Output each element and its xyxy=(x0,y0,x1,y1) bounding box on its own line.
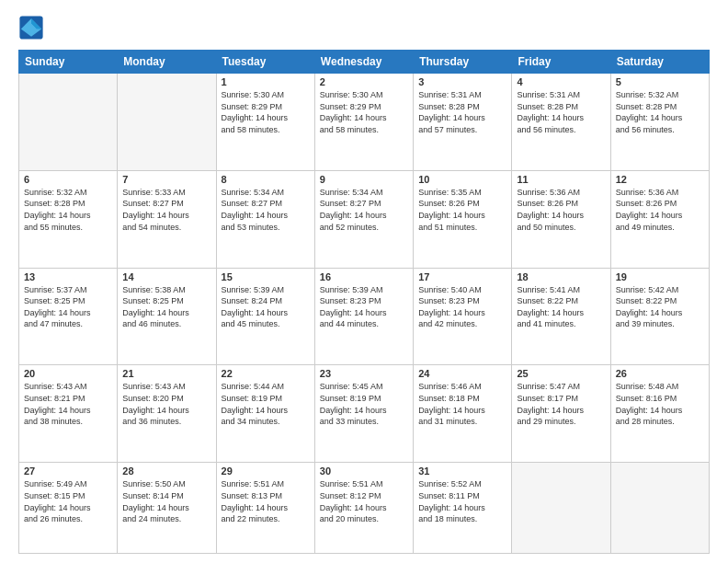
calendar-cell: 18Sunrise: 5:41 AM Sunset: 8:22 PM Dayli… xyxy=(512,268,610,365)
day-info: Sunrise: 5:39 AM Sunset: 8:23 PM Dayligh… xyxy=(320,284,408,330)
day-number: 12 xyxy=(616,174,704,185)
day-number: 23 xyxy=(320,368,408,379)
day-number: 13 xyxy=(24,271,112,282)
day-number: 6 xyxy=(24,174,112,185)
day-info: Sunrise: 5:46 AM Sunset: 8:18 PM Dayligh… xyxy=(418,381,506,427)
calendar-cell: 26Sunrise: 5:48 AM Sunset: 8:16 PM Dayli… xyxy=(610,365,709,463)
calendar-day-header: Sunday xyxy=(19,51,118,74)
calendar-cell: 8Sunrise: 5:34 AM Sunset: 8:27 PM Daylig… xyxy=(216,170,314,268)
day-number: 4 xyxy=(517,76,605,87)
day-number: 9 xyxy=(320,174,408,185)
logo-icon xyxy=(18,15,44,40)
calendar-table: SundayMondayTuesdayWednesdayThursdayFrid… xyxy=(18,50,710,554)
day-number: 19 xyxy=(616,271,704,282)
calendar-cell: 23Sunrise: 5:45 AM Sunset: 8:19 PM Dayli… xyxy=(314,365,413,463)
day-number: 11 xyxy=(517,174,605,185)
calendar-week-row: 13Sunrise: 5:37 AM Sunset: 8:25 PM Dayli… xyxy=(19,268,710,365)
day-number: 18 xyxy=(517,271,605,282)
calendar-cell: 28Sunrise: 5:50 AM Sunset: 8:14 PM Dayli… xyxy=(118,463,216,554)
day-info: Sunrise: 5:32 AM Sunset: 8:28 PM Dayligh… xyxy=(616,89,704,135)
calendar-cell: 9Sunrise: 5:34 AM Sunset: 8:27 PM Daylig… xyxy=(314,170,413,268)
day-number: 25 xyxy=(517,368,605,379)
day-info: Sunrise: 5:38 AM Sunset: 8:25 PM Dayligh… xyxy=(122,284,210,330)
calendar-cell xyxy=(610,463,709,554)
day-info: Sunrise: 5:34 AM Sunset: 8:27 PM Dayligh… xyxy=(320,187,408,233)
calendar-cell: 11Sunrise: 5:36 AM Sunset: 8:26 PM Dayli… xyxy=(512,170,610,268)
calendar-cell: 5Sunrise: 5:32 AM Sunset: 8:28 PM Daylig… xyxy=(610,74,709,171)
calendar-cell: 17Sunrise: 5:40 AM Sunset: 8:23 PM Dayli… xyxy=(414,268,512,365)
day-info: Sunrise: 5:50 AM Sunset: 8:14 PM Dayligh… xyxy=(122,478,210,524)
calendar-cell xyxy=(19,74,118,171)
day-number: 20 xyxy=(24,368,112,379)
calendar-cell: 2Sunrise: 5:30 AM Sunset: 8:29 PM Daylig… xyxy=(314,74,413,171)
calendar-cell: 19Sunrise: 5:42 AM Sunset: 8:22 PM Dayli… xyxy=(610,268,709,365)
day-info: Sunrise: 5:51 AM Sunset: 8:13 PM Dayligh… xyxy=(222,478,310,524)
calendar-day-header: Wednesday xyxy=(314,51,413,74)
calendar-cell: 24Sunrise: 5:46 AM Sunset: 8:18 PM Dayli… xyxy=(414,365,512,463)
day-number: 3 xyxy=(418,76,506,87)
calendar-week-row: 6Sunrise: 5:32 AM Sunset: 8:28 PM Daylig… xyxy=(19,170,710,268)
calendar-cell xyxy=(118,74,216,171)
day-info: Sunrise: 5:34 AM Sunset: 8:27 PM Dayligh… xyxy=(222,187,310,233)
day-info: Sunrise: 5:43 AM Sunset: 8:21 PM Dayligh… xyxy=(24,381,112,427)
day-info: Sunrise: 5:49 AM Sunset: 8:15 PM Dayligh… xyxy=(24,478,112,524)
calendar-week-row: 1Sunrise: 5:30 AM Sunset: 8:29 PM Daylig… xyxy=(19,74,710,171)
calendar-cell: 10Sunrise: 5:35 AM Sunset: 8:26 PM Dayli… xyxy=(414,170,512,268)
day-number: 24 xyxy=(418,368,506,379)
day-info: Sunrise: 5:31 AM Sunset: 8:28 PM Dayligh… xyxy=(418,89,506,135)
day-number: 27 xyxy=(24,465,112,477)
calendar-cell: 29Sunrise: 5:51 AM Sunset: 8:13 PM Dayli… xyxy=(216,463,314,554)
day-info: Sunrise: 5:40 AM Sunset: 8:23 PM Dayligh… xyxy=(418,284,506,330)
calendar-cell: 1Sunrise: 5:30 AM Sunset: 8:29 PM Daylig… xyxy=(216,74,314,171)
calendar-day-header: Saturday xyxy=(610,51,709,74)
day-info: Sunrise: 5:36 AM Sunset: 8:26 PM Dayligh… xyxy=(517,187,605,233)
day-info: Sunrise: 5:35 AM Sunset: 8:26 PM Dayligh… xyxy=(418,187,506,233)
calendar-cell: 31Sunrise: 5:52 AM Sunset: 8:11 PM Dayli… xyxy=(414,463,512,554)
day-info: Sunrise: 5:45 AM Sunset: 8:19 PM Dayligh… xyxy=(320,381,408,427)
day-info: Sunrise: 5:41 AM Sunset: 8:22 PM Dayligh… xyxy=(517,284,605,330)
day-number: 29 xyxy=(222,465,310,477)
header xyxy=(18,15,710,40)
day-number: 8 xyxy=(222,174,310,185)
calendar-header-row: SundayMondayTuesdayWednesdayThursdayFrid… xyxy=(19,51,710,74)
day-info: Sunrise: 5:48 AM Sunset: 8:16 PM Dayligh… xyxy=(616,381,704,427)
calendar-cell: 13Sunrise: 5:37 AM Sunset: 8:25 PM Dayli… xyxy=(19,268,118,365)
calendar-cell: 22Sunrise: 5:44 AM Sunset: 8:19 PM Dayli… xyxy=(216,365,314,463)
day-info: Sunrise: 5:39 AM Sunset: 8:24 PM Dayligh… xyxy=(222,284,310,330)
calendar-day-header: Thursday xyxy=(414,51,512,74)
calendar-cell: 3Sunrise: 5:31 AM Sunset: 8:28 PM Daylig… xyxy=(414,74,512,171)
calendar-cell: 15Sunrise: 5:39 AM Sunset: 8:24 PM Dayli… xyxy=(216,268,314,365)
day-number: 21 xyxy=(122,368,210,379)
calendar-cell: 25Sunrise: 5:47 AM Sunset: 8:17 PM Dayli… xyxy=(512,365,610,463)
day-info: Sunrise: 5:51 AM Sunset: 8:12 PM Dayligh… xyxy=(320,478,408,524)
calendar-cell: 12Sunrise: 5:36 AM Sunset: 8:26 PM Dayli… xyxy=(610,170,709,268)
calendar-cell: 4Sunrise: 5:31 AM Sunset: 8:28 PM Daylig… xyxy=(512,74,610,171)
calendar-cell: 6Sunrise: 5:32 AM Sunset: 8:28 PM Daylig… xyxy=(19,170,118,268)
day-info: Sunrise: 5:42 AM Sunset: 8:22 PM Dayligh… xyxy=(616,284,704,330)
calendar-week-row: 27Sunrise: 5:49 AM Sunset: 8:15 PM Dayli… xyxy=(19,463,710,554)
calendar-day-header: Tuesday xyxy=(216,51,314,74)
calendar-week-row: 20Sunrise: 5:43 AM Sunset: 8:21 PM Dayli… xyxy=(19,365,710,463)
calendar-cell: 30Sunrise: 5:51 AM Sunset: 8:12 PM Dayli… xyxy=(314,463,413,554)
day-number: 26 xyxy=(616,368,704,379)
day-number: 5 xyxy=(616,76,704,87)
calendar-day-header: Monday xyxy=(118,51,216,74)
day-number: 28 xyxy=(122,465,210,477)
day-number: 16 xyxy=(320,271,408,282)
day-info: Sunrise: 5:30 AM Sunset: 8:29 PM Dayligh… xyxy=(222,89,310,135)
day-number: 14 xyxy=(122,271,210,282)
calendar-day-header: Friday xyxy=(512,51,610,74)
day-info: Sunrise: 5:33 AM Sunset: 8:27 PM Dayligh… xyxy=(122,187,210,233)
logo xyxy=(18,15,48,40)
day-info: Sunrise: 5:32 AM Sunset: 8:28 PM Dayligh… xyxy=(24,187,112,233)
day-number: 7 xyxy=(122,174,210,185)
day-info: Sunrise: 5:31 AM Sunset: 8:28 PM Dayligh… xyxy=(517,89,605,135)
day-number: 15 xyxy=(222,271,310,282)
calendar-cell: 7Sunrise: 5:33 AM Sunset: 8:27 PM Daylig… xyxy=(118,170,216,268)
calendar-cell xyxy=(512,463,610,554)
calendar-cell: 14Sunrise: 5:38 AM Sunset: 8:25 PM Dayli… xyxy=(118,268,216,365)
day-info: Sunrise: 5:30 AM Sunset: 8:29 PM Dayligh… xyxy=(320,89,408,135)
page: SundayMondayTuesdayWednesdayThursdayFrid… xyxy=(0,0,728,563)
day-number: 30 xyxy=(320,465,408,477)
day-number: 17 xyxy=(418,271,506,282)
